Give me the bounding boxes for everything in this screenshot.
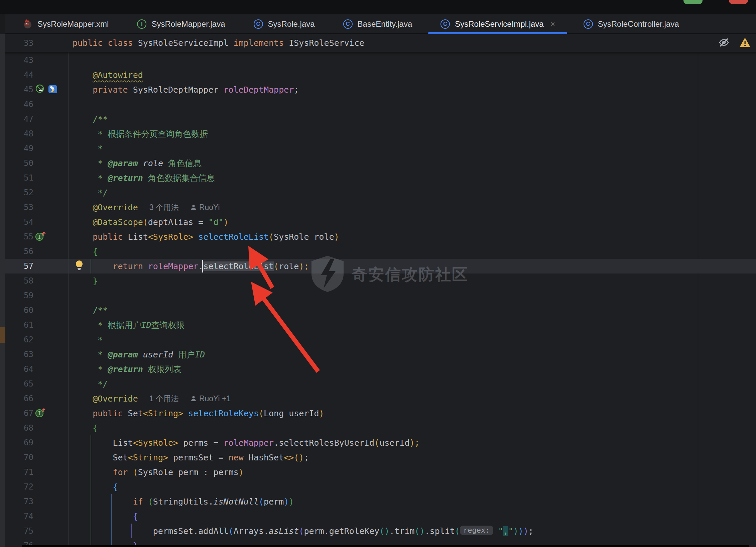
code-line-62[interactable]: 62 * (0, 332, 756, 347)
code-line-48[interactable]: 48 * 根据条件分页查询角色数据 (0, 126, 756, 141)
code-line-66[interactable]: 66 @Override1 个用法RuoYi +1 (0, 391, 756, 406)
code-text[interactable]: */ (73, 185, 108, 200)
code-line-68[interactable]: 68 { (0, 421, 756, 435)
code-line-67[interactable]: 67I public Set<String> selectRoleKeys(Lo… (0, 406, 756, 421)
line-number[interactable]: 59 (5, 288, 33, 303)
hide-gutter-icons-icon[interactable] (718, 36, 730, 50)
line-number[interactable]: 71 (5, 465, 33, 479)
author-inlay-hint[interactable]: RuoYi (190, 203, 220, 212)
line-number[interactable]: 72 (5, 479, 33, 494)
code-line-64[interactable]: 64 * @return 权限列表 (0, 362, 756, 376)
code-text[interactable]: * @return 角色数据集合信息 (73, 171, 215, 185)
usages-inlay-hint[interactable]: 1 个用法 (149, 394, 179, 404)
line-number[interactable]: 75 (5, 524, 33, 538)
line-number[interactable]: 54 (5, 215, 33, 229)
sticky-line-number[interactable]: 33 (5, 34, 33, 52)
code-text[interactable]: for (SysRole perm : perms) (73, 465, 244, 479)
code-line-69[interactable]: 69 List<SysRole> perms = roleMapper.sele… (0, 435, 756, 450)
line-number[interactable]: 74 (5, 509, 33, 524)
impl-icon[interactable]: I (35, 407, 47, 420)
code-line-56[interactable]: 56 { (0, 244, 756, 259)
line-number[interactable]: 45 (5, 82, 33, 97)
mapper-icon[interactable] (47, 84, 58, 96)
line-number[interactable]: 48 (5, 126, 33, 141)
code-text[interactable]: List<SysRole> perms = roleMapper.selectR… (73, 435, 420, 450)
line-number[interactable]: 49 (5, 141, 33, 156)
code-text[interactable]: { (73, 509, 138, 524)
warning-inspection-icon[interactable] (739, 36, 751, 50)
code-line-74[interactable]: 74 { (0, 509, 756, 524)
line-number[interactable]: 61 (5, 318, 33, 332)
editor-tab-SysRole.java[interactable]: CSysRole.java (239, 14, 329, 33)
impl-icon[interactable]: I (35, 230, 47, 243)
code-line-59[interactable]: 59 (0, 288, 756, 303)
code-text[interactable]: @DataScope(deptAlias = "d") (73, 215, 229, 229)
code-line-63[interactable]: 63 * @param userId 用户ID (0, 347, 756, 362)
code-text[interactable]: Set<String> permsSet = new HashSet<>(); (73, 450, 309, 465)
line-number[interactable]: 67 (5, 406, 33, 421)
code-line-54[interactable]: 54 @DataScope(deptAlias = "d") (0, 215, 756, 229)
editor-tab-SysRoleMapper.java[interactable]: ISysRoleMapper.java (123, 14, 239, 33)
code-text[interactable]: return roleMapper.selectRoleList(role); (73, 259, 309, 274)
line-number[interactable]: 51 (5, 171, 33, 185)
code-text[interactable]: { (73, 421, 98, 435)
line-number[interactable]: 47 (5, 112, 33, 126)
code-line-61[interactable]: 61 * 根据用户ID查询权限 (0, 318, 756, 332)
line-number[interactable]: 63 (5, 347, 33, 362)
code-text[interactable]: { (73, 479, 118, 494)
editor-tab-BaseEntity.java[interactable]: CBaseEntity.java (329, 14, 426, 33)
code-line-73[interactable]: 73 if (StringUtils.isNotNull(perm)) (0, 494, 756, 509)
editor-tab-SysRoleController.java[interactable]: CSysRoleController.java (569, 14, 693, 33)
code-text[interactable]: @Override1 个用法RuoYi +1 (73, 391, 231, 406)
code-text[interactable]: */ (73, 376, 108, 391)
line-number[interactable]: 58 (5, 274, 33, 288)
code-line-44[interactable]: 44 @Autowired (0, 68, 756, 82)
line-number[interactable]: 64 (5, 362, 33, 376)
code-line-65[interactable]: 65 */ (0, 376, 756, 391)
editor-tab-SysRoleServiceImpl.java[interactable]: CSysRoleServiceImpl.java× (426, 14, 569, 33)
code-line-57[interactable]: 57 return roleMapper.selectRoleList(role… (0, 259, 756, 274)
code-line-52[interactable]: 52 */ (0, 185, 756, 200)
line-number[interactable]: 57 (5, 259, 33, 274)
code-text[interactable]: private SysRoleDeptMapper roleDeptMapper… (73, 82, 299, 97)
code-line-75[interactable]: 75 permsSet.addAll(Arrays.asList(perm.ge… (0, 524, 756, 538)
code-text[interactable]: /** (73, 112, 108, 126)
code-text[interactable]: * (73, 332, 103, 347)
code-line-60[interactable]: 60 /** (0, 303, 756, 318)
code-line-55[interactable]: 55I public List<SysRole> selectRoleList(… (0, 229, 756, 244)
line-number[interactable]: 65 (5, 376, 33, 391)
line-number[interactable]: 55 (5, 229, 33, 244)
code-line-51[interactable]: 51 * @return 角色数据集合信息 (0, 171, 756, 185)
code-text[interactable]: } (73, 274, 98, 288)
editor-tab-SysRoleMapper.xml[interactable]: SysRoleMapper.xml (9, 14, 123, 33)
line-number[interactable]: 62 (5, 332, 33, 347)
code-text[interactable]: /** (73, 303, 108, 318)
line-number[interactable]: 69 (5, 435, 33, 450)
line-number[interactable]: 60 (5, 303, 33, 318)
code-text[interactable]: public Set<String> selectRoleKeys(Long u… (73, 406, 324, 421)
line-number[interactable]: 43 (5, 53, 33, 68)
code-line-72[interactable]: 72 { (0, 479, 756, 494)
code-text[interactable]: if (StringUtils.isNotNull(perm)) (73, 494, 294, 509)
code-text[interactable]: * @return 权限列表 (73, 362, 181, 376)
code-text[interactable]: * @param userId 用户ID (73, 347, 205, 362)
code-line-71[interactable]: 71 for (SysRole perm : perms) (0, 465, 756, 479)
code-line-46[interactable]: 46 (0, 97, 756, 112)
code-text[interactable]: @Override3 个用法RuoYi (73, 200, 220, 215)
code-text[interactable]: public List<SysRole> selectRoleList(SysR… (73, 229, 339, 244)
line-number[interactable]: 53 (5, 200, 33, 215)
code-line-47[interactable]: 47 /** (0, 112, 756, 126)
code-text[interactable]: * 根据用户ID查询权限 (73, 318, 184, 332)
code-text[interactable]: permsSet.addAll(Arrays.asList(perm.getRo… (73, 524, 533, 538)
line-number[interactable]: 52 (5, 185, 33, 200)
code-line-50[interactable]: 50 * @param role 角色信息 (0, 156, 756, 171)
line-number[interactable]: 73 (5, 494, 33, 509)
bean-arrow-icon[interactable] (35, 84, 45, 96)
code-text[interactable]: { (73, 244, 98, 259)
usages-inlay-hint[interactable]: 3 个用法 (149, 202, 179, 213)
code-text[interactable]: @Autowired (73, 68, 143, 82)
code-line-43[interactable]: 43 (0, 53, 756, 68)
code-line-53[interactable]: 53 @Override3 个用法RuoYi (0, 200, 756, 215)
line-number[interactable]: 50 (5, 156, 33, 171)
line-number[interactable]: 44 (5, 68, 33, 82)
